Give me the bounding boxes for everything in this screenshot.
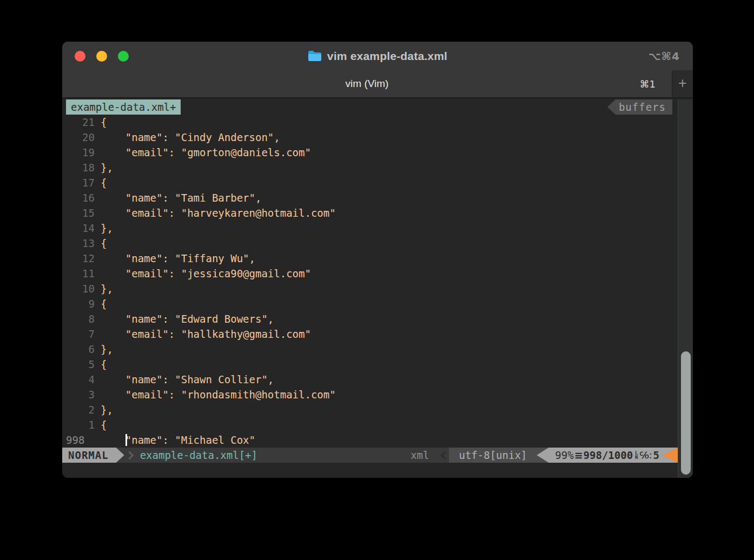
code-line[interactable]: 20 "name": "Cindy Anderson", (62, 130, 678, 145)
line-number-icon: LN (635, 451, 638, 459)
vim-terminal: example-data.xml+ buffers 21{20 "name": … (62, 98, 693, 478)
scroll-percent: 99% (555, 448, 573, 463)
scrollbar-thumb[interactable] (681, 351, 691, 475)
code-text: "email": "hallkathy@gmail.com" (101, 326, 311, 342)
code-line[interactable]: 9{ (62, 296, 678, 311)
code-line[interactable]: 21{ (62, 115, 678, 130)
line-number: 2 (62, 402, 95, 417)
chevron-left-icon (441, 451, 449, 459)
code-text: }, (101, 281, 113, 296)
code-line[interactable]: 18}, (62, 160, 678, 175)
code-line[interactable]: 15 "email": "harveykaren@hotmail.com" (62, 205, 678, 221)
editor-lines[interactable]: 21{20 "name": "Cindy Anderson",19 "email… (62, 115, 678, 448)
window-shortcut-label: ⌥⌘4 (648, 42, 680, 70)
code-line[interactable]: 17{ (62, 175, 678, 190)
line-number: 18 (62, 160, 95, 175)
code-line[interactable]: 10}, (62, 281, 678, 296)
position-segment: 99%≡998/1000LN℅:5 (548, 448, 660, 463)
code-line[interactable]: 11 "email": "jessica90@gmail.com" (62, 266, 678, 281)
line-number: 16 (62, 190, 95, 205)
desktop: vim example-data.xml ⌥⌘4 vim (Vim) ⌘1 + … (0, 0, 754, 560)
minimize-window-button[interactable] (96, 51, 107, 62)
scrollbar-track[interactable] (678, 99, 693, 478)
code-text: { (101, 115, 107, 130)
line-position: 998/1000 (584, 448, 633, 463)
code-line[interactable]: 12 "name": "Tiffany Wu", (62, 251, 678, 266)
line-number: 15 (62, 205, 95, 221)
code-line[interactable]: 6}, (62, 342, 678, 357)
code-text: "email": "jessica90@gmail.com" (101, 266, 311, 281)
code-line[interactable]: 3 "email": "rhondasmith@hotmail.com" (62, 387, 678, 402)
chevron-right-icon (125, 451, 134, 459)
terminal-window: vim example-data.xml ⌥⌘4 vim (Vim) ⌘1 + … (62, 42, 693, 478)
line-number: 14 (62, 221, 95, 236)
code-text: }, (101, 402, 113, 417)
code-line[interactable]: 7 "email": "hallkathy@gmail.com" (62, 326, 678, 342)
code-text: "name": "Tami Barber", (101, 190, 261, 205)
terminal-tab-label: vim (Vim) (346, 78, 389, 90)
terminal-tab-shortcut: ⌘1 (640, 78, 656, 90)
code-line[interactable]: 16 "name": "Tami Barber", (62, 190, 678, 205)
mode-indicator: NORMAL (62, 448, 116, 463)
line-number: 4 (62, 372, 95, 387)
orange-arrow-icon (660, 448, 678, 463)
vim-commandline (62, 463, 678, 478)
code-text: "name": "Tiffany Wu", (101, 251, 255, 266)
code-text: "name": "Cindy Anderson", (101, 130, 280, 145)
line-number: 13 (62, 236, 95, 251)
code-text: { (101, 417, 107, 432)
powerline-arrow-icon (116, 448, 124, 463)
titlebar: vim example-data.xml ⌥⌘4 (62, 42, 693, 70)
code-line[interactable]: 14}, (62, 221, 678, 236)
code-line[interactable]: 2}, (62, 402, 678, 417)
buffers-label: buffers (616, 99, 672, 115)
code-text: { (101, 357, 107, 372)
code-text: { (101, 236, 107, 251)
line-number: 11 (62, 266, 95, 281)
code-text: { (101, 296, 107, 311)
plus-icon: + (678, 76, 687, 91)
line-number: 8 (62, 311, 95, 326)
code-line[interactable]: 8 "name": "Edward Bowers", (62, 311, 678, 326)
code-line[interactable]: 4 "name": "Shawn Collier", (62, 372, 678, 387)
vim-statusline: NORMAL example-data.xml[+] xml utf-8[uni… (62, 448, 678, 463)
code-line[interactable]: 5{ (62, 357, 678, 372)
window-title: vim example-data.xml (327, 50, 447, 63)
filetype-label: xml (411, 448, 429, 463)
buffer-tab-active[interactable]: example-data.xml+ (66, 99, 181, 115)
code-text: "email": "rhondasmith@hotmail.com" (101, 387, 336, 402)
line-number: 3 (62, 387, 95, 402)
window-title-wrap: vim example-data.xml (62, 42, 693, 70)
column-icon: ℅: (640, 448, 652, 463)
close-window-button[interactable] (75, 51, 85, 62)
line-number: 9 (62, 296, 95, 311)
code-line[interactable]: 13{ (62, 236, 678, 251)
line-number: 19 (62, 145, 95, 160)
buffers-arrow-icon (607, 99, 616, 115)
terminal-tabbar: vim (Vim) ⌘1 + (62, 70, 693, 98)
line-number: 17 (62, 175, 95, 190)
folder-icon (308, 50, 322, 62)
line-number: 12 (62, 251, 95, 266)
line-number: 21 (62, 115, 95, 130)
terminal-tab-vim[interactable]: vim (Vim) ⌘1 (62, 70, 672, 97)
line-number: 6 (62, 342, 95, 357)
buffers-tab: buffers (607, 99, 672, 115)
traffic-lights (75, 51, 129, 62)
encoding-label: utf-8[unix] (449, 448, 537, 463)
code-text: "email": "harveykaren@hotmail.com" (101, 205, 336, 221)
code-text: "email": "gmorton@daniels.com" (101, 145, 311, 160)
zoom-window-button[interactable] (118, 51, 129, 62)
line-number-absolute: 998 (62, 432, 95, 448)
code-line-current[interactable]: 998 "name": "Michael Cox" (62, 432, 678, 448)
vim-tabline: example-data.xml+ buffers (62, 99, 678, 115)
line-number: 5 (62, 357, 95, 372)
new-tab-button[interactable]: + (672, 70, 693, 97)
line-number: 10 (62, 281, 95, 296)
powerline-arrow-left-icon (537, 448, 548, 463)
statusline-filename: example-data.xml[+] (140, 448, 257, 463)
line-number: 7 (62, 326, 95, 342)
code-line[interactable]: 1{ (62, 417, 678, 432)
code-line[interactable]: 19 "email": "gmorton@daniels.com" (62, 145, 678, 160)
code-text: "name": "Michael Cox" (101, 432, 255, 448)
